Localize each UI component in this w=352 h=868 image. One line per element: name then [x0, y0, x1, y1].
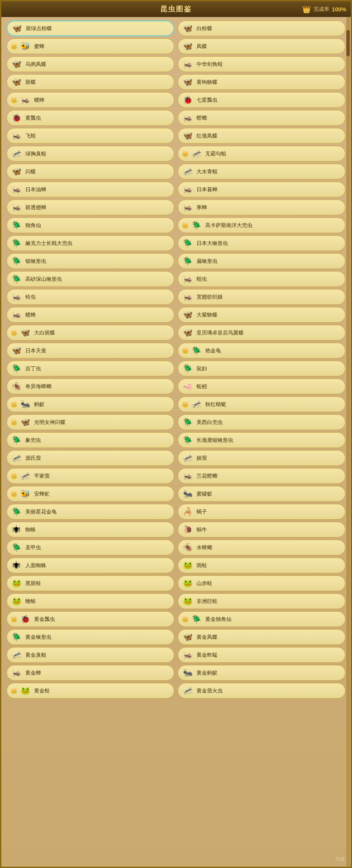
- insect-name: 秋红蜻蜓: [205, 401, 226, 408]
- insect-entry-16[interactable]: 👑🦟无霸勾蛆: [178, 146, 345, 162]
- insect-entry-5[interactable]: 🦋乌鸦凤蝶: [7, 56, 174, 72]
- insect-entry-66[interactable]: 🐸非洲巨蛙: [178, 593, 345, 609]
- insect-entry-20[interactable]: 🦗日本暮蝉: [178, 182, 345, 197]
- insect-entry-37[interactable]: 🦋日本天蚕: [7, 343, 174, 358]
- insect-name: 光明女神闪蝶: [34, 419, 66, 426]
- insect-entry-76[interactable]: 🦟黄金萤火虫: [178, 683, 345, 699]
- insect-entry-9[interactable]: 👑🦗蟋蟀: [7, 92, 174, 108]
- insect-entry-26[interactable]: 🪲日本大锹形虫: [178, 235, 345, 251]
- insect-entry-52[interactable]: 🦗兰花螳螂: [178, 468, 345, 484]
- watermark: 力游: [335, 856, 345, 862]
- insect-entry-8[interactable]: 🦋黄钩蛱蝶: [178, 74, 345, 90]
- insect-entry-70[interactable]: 🦋黄金凤蝶: [178, 629, 345, 645]
- insect-entry-64[interactable]: 🐸山赤蛙: [178, 575, 345, 591]
- insect-entry-41[interactable]: 🪳奇异海蟑螂: [7, 379, 174, 394]
- insect-entry-10[interactable]: 🐞七星瓢虫: [178, 92, 345, 108]
- insect-entry-30[interactable]: 🦗蝗虫: [178, 271, 345, 287]
- insect-entry-40[interactable]: 🪲鼠妇: [178, 361, 345, 376]
- insect-entry-1[interactable]: 🦋斑绿点粉蝶: [7, 21, 174, 36]
- insect-entry-46[interactable]: 🪲美西白兜虫: [178, 414, 345, 430]
- insect-entry-25[interactable]: 🪲赫克力士长戟大兜虫: [7, 235, 174, 251]
- insect-entry-60[interactable]: 🪳水蟑螂: [178, 540, 345, 555]
- insect-entry-45[interactable]: 👑🦋光明女神闪蝶: [7, 414, 174, 430]
- header-right: 👑 完成率 100%: [302, 5, 346, 14]
- insect-icon: 🐝: [19, 488, 31, 500]
- insect-entry-36[interactable]: 🦋亚历璃卓皇后鸟翼蝶: [178, 325, 345, 341]
- scrollbar[interactable]: [346, 17, 350, 867]
- insect-entry-68[interactable]: 👑🪲黄金独角仙: [178, 611, 345, 627]
- insect-entry-4[interactable]: 🦋凤蝶: [178, 38, 345, 54]
- insect-entry-13[interactable]: 🦗飞蝗: [7, 128, 174, 144]
- insect-name: 黄金臭蛆: [25, 651, 46, 659]
- insect-entry-28[interactable]: 🪲扁锹形虫: [178, 253, 345, 269]
- insect-entry-18[interactable]: 🦟大水青蛆: [178, 164, 345, 179]
- insect-entry-38[interactable]: 👑🪲艳金龟: [178, 343, 345, 358]
- insect-entry-42[interactable]: 🪱蚯蚓: [178, 379, 345, 394]
- insect-entry-56[interactable]: 🦂蝎子: [178, 504, 345, 520]
- insect-entry-50[interactable]: 🦟姬萤: [178, 450, 345, 466]
- insect-icon: 🐞: [10, 112, 23, 124]
- insect-entry-39[interactable]: 🪲吉丁虫: [7, 361, 174, 376]
- insect-entry-17[interactable]: 🦋闪蝶: [7, 164, 174, 179]
- insect-icon: 🐜: [19, 398, 31, 410]
- insect-entry-7[interactable]: 🦋斑蝶: [7, 74, 174, 90]
- insect-icon: 🪲: [10, 434, 23, 446]
- insect-entry-63[interactable]: 🐸黑斑蛙: [7, 575, 174, 591]
- insect-entry-23[interactable]: 🪲独角仙: [7, 217, 174, 233]
- insect-entry-32[interactable]: 🦗宽翅纺织娘: [178, 289, 345, 305]
- insect-name: 日本暮蝉: [197, 186, 217, 193]
- insect-entry-71[interactable]: 🦟黄金臭蛆: [7, 647, 174, 663]
- scrollbar-thumb[interactable]: [346, 30, 350, 56]
- insect-entry-72[interactable]: 🦗黄金蚱蜢: [178, 647, 345, 663]
- insect-icon: 🦗: [10, 667, 23, 679]
- insect-entry-2[interactable]: 🦋白粉蝶: [178, 21, 345, 36]
- insect-entry-49[interactable]: 🦟源氏萤: [7, 450, 174, 466]
- insect-entry-15[interactable]: 🦟绿胸臭蛆: [7, 146, 174, 162]
- insect-entry-29[interactable]: 🪲高砂深山锹形虫: [7, 271, 174, 287]
- insect-entry-74[interactable]: 🐜黄金蚂蚁: [178, 665, 345, 681]
- insect-entry-57[interactable]: 🕷蜘蛛: [7, 522, 174, 537]
- insect-name: 黄金独角仙: [205, 616, 231, 623]
- insect-icon: 🪲: [10, 541, 23, 554]
- insect-entry-55[interactable]: 🪲美丽星花金龟: [7, 504, 174, 520]
- insect-icon: 🦋: [19, 327, 31, 339]
- crown-badge: 👑: [182, 348, 189, 354]
- completion-value: 100%: [332, 6, 346, 13]
- insect-entry-33[interactable]: 🦗蟋蜂: [7, 307, 174, 323]
- insect-entry-21[interactable]: 🦗斑透翅蝉: [7, 200, 174, 215]
- insect-entry-48[interactable]: 🪲长颈鹿锯锹形虫: [178, 432, 345, 448]
- insect-entry-67[interactable]: 👑🐞黄金瓢虫: [7, 611, 174, 627]
- insect-entry-73[interactable]: 🦗黄金蝉: [7, 665, 174, 681]
- insect-name: 铃虫: [25, 293, 36, 301]
- insect-entry-54[interactable]: 🐜蜜罐蚁: [178, 486, 345, 502]
- insect-entry-6[interactable]: 🦗中华剑角蝗: [178, 56, 345, 72]
- insect-entry-14[interactable]: 🦋红颈凤蝶: [178, 128, 345, 144]
- insect-entry-65[interactable]: 🐸蟾蜍: [7, 593, 174, 609]
- insect-entry-31[interactable]: 🦗铃虫: [7, 289, 174, 305]
- insect-name: 斑绿点粉蝶: [26, 25, 52, 32]
- insect-entry-61[interactable]: 🕷人面蜘蛛: [7, 558, 174, 573]
- insect-entry-34[interactable]: 🦋大紫蛱蝶: [178, 307, 345, 323]
- insect-entry-3[interactable]: 👑🐝蜜蜂: [7, 38, 174, 54]
- insect-entry-59[interactable]: 🪲圣甲虫: [7, 540, 174, 555]
- insect-name: 蜗牛: [197, 526, 207, 534]
- insect-entry-62[interactable]: 🐸雨蛙: [178, 558, 345, 573]
- insect-name: 雨蛙: [197, 562, 207, 569]
- insect-entry-19[interactable]: 🦗日本油蝉: [7, 182, 174, 197]
- insect-entry-11[interactable]: 🐞黄瓢虫: [7, 110, 174, 126]
- insect-entry-27[interactable]: 🪲锯锹形虫: [7, 253, 174, 269]
- insect-icon: 🦋: [10, 76, 23, 88]
- insect-entry-53[interactable]: 👑🐝安蜂虻: [7, 486, 174, 502]
- insect-entry-75[interactable]: 👑🐸黄金蛙: [7, 683, 174, 699]
- insect-entry-22[interactable]: 🦗寒蝉: [178, 200, 345, 215]
- insect-entry-47[interactable]: 🪲象兜虫: [7, 432, 174, 448]
- insect-icon: 🦗: [19, 94, 31, 106]
- insect-entry-51[interactable]: 👑🦟平家萤: [7, 468, 174, 484]
- insect-entry-69[interactable]: 🪲黄金锹形虫: [7, 629, 174, 645]
- insect-entry-35[interactable]: 👑🦋大白斑蝶: [7, 325, 174, 341]
- insect-entry-24[interactable]: 👑🪲高卡萨斯南洋大兜虫: [178, 217, 345, 233]
- insect-entry-43[interactable]: 👑🐜蚂蚁: [7, 396, 174, 412]
- insect-entry-12[interactable]: 🦗螳螂: [178, 110, 345, 126]
- insect-entry-44[interactable]: 👑🦟秋红蜻蜓: [178, 396, 345, 412]
- insect-entry-58[interactable]: 🐌蜗牛: [178, 522, 345, 537]
